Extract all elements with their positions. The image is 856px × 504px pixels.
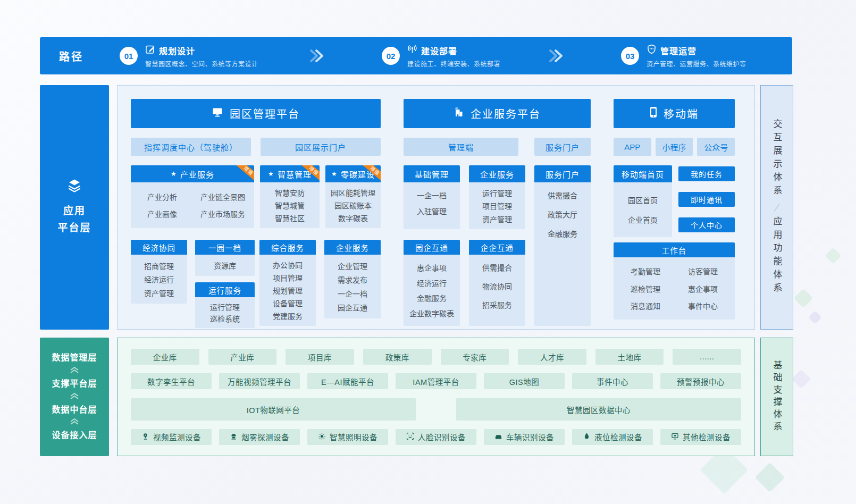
path-step-3: 03 管理运营 资产管理、运营服务、系统维护等 (621, 37, 746, 74)
path-bar-label: 路径 (59, 37, 83, 74)
platform-park: 园区管理平台 指挥调度中心（驾驶舱） 园区展示门户 ★ 产业服务 增值 产业分析… (131, 99, 381, 328)
feature-item: 产业市场服务 (200, 208, 245, 219)
chevron-up-icon (69, 366, 80, 376)
db-cell: 政策库 (363, 349, 432, 365)
layers-icon (66, 178, 82, 195)
pill-service-portal: 服务门户 (534, 138, 591, 156)
feature-item: 园区首页 (628, 195, 658, 205)
feature-item: 一企一档 (417, 190, 447, 200)
feature-item: 需求发布 (338, 274, 367, 285)
device-cell: 人脸识别设备 (396, 429, 476, 445)
iot-platform-cell: IOT物联网平台 (131, 398, 416, 420)
platform-title: 园区管理平台 (230, 106, 300, 121)
feature-item: 园企互通 (338, 302, 367, 313)
group-header: 经济协同 (131, 240, 187, 255)
group-header-label: 智慧管理 (278, 169, 312, 180)
chevron-right-icon (548, 48, 566, 65)
feature-item: 党建服务 (273, 310, 303, 321)
feature-item: 企业数字碳表 (409, 308, 454, 318)
feature-item: 项目管理 (273, 272, 303, 283)
decor-cube (794, 289, 813, 308)
group-operation-services: 运行服务 运行管理 巡检系统 (195, 282, 255, 328)
channel-official-account: 公众号 (697, 138, 735, 156)
device-row: 视频监测设备 烟雾探测设备 智慧照明设备 人脸识别设备 车辆识别设备 液位检测设… (131, 429, 741, 445)
value-added-badge: 增值 (235, 165, 254, 182)
feature-item: 招商管理 (144, 261, 174, 271)
feature-item: 运行管理 (482, 188, 512, 198)
group-basic-management: 基础管理 一企一档 入驻管理 (404, 165, 460, 229)
feature-item: 资产管理 (482, 214, 512, 224)
sidebar-label-line: 平台层 (57, 220, 91, 237)
group-one-park-one-file: 一园一档 资源库 (195, 240, 255, 276)
feature-item: 产业链全景图 (200, 191, 245, 202)
platform-cell: 万能视频管理平台 (219, 373, 300, 389)
group-workbench: 工作台 考勤管理 访客管理 巡检管理 惠企事项 消息通知 事件中心 (614, 242, 735, 320)
feature-item: 招采服务 (482, 299, 512, 310)
device-label: 智慧照明设备 (330, 431, 377, 442)
chevron-right-icon (308, 48, 326, 65)
feature-item: 产业画像 (147, 208, 177, 219)
sidebar-label-line: 应用 (57, 203, 91, 220)
step-title: 建设部署 (421, 44, 457, 57)
foundation-panel: 企业库 产业库 项目库 政策库 专家库 人才库 土地库 ...... 数字孪生平… (117, 338, 755, 456)
db-cell: 专家库 (441, 349, 509, 365)
step-number-badge: 03 (621, 47, 639, 65)
feature-item: 巡检管理 (631, 283, 660, 294)
group-economic-synergy: 经济协同 招商管理 经济运行 资产管理 (131, 240, 187, 304)
support-platform-row: 数字孪生平台 万能视频管理平台 E—AI赋能平台 IAM管理平台 GIS地图 事… (131, 373, 741, 389)
feature-item: 项目管理 (482, 200, 512, 211)
group-header: 工作台 (614, 242, 735, 257)
smoke-detector-icon (230, 432, 238, 442)
group-header-label: 产业服务 (180, 169, 214, 180)
feature-item: 惠企事项 (688, 283, 718, 294)
button-personal-center: 个人中心 (678, 217, 735, 232)
pill-park-portal: 园区展示门户 (261, 138, 381, 156)
group-industry-services: ★ 产业服务 增值 产业分析 产业链全景图 产业画像 产业市场服务 (131, 165, 254, 228)
layer-label: 设备接入层 (52, 430, 97, 441)
feature-item: 智慧社区 (275, 213, 305, 223)
feature-item: 巡检系统 (210, 313, 240, 324)
group-header: ★ 零碳建设 增值 (325, 165, 381, 182)
sidebar-application-platform-layer: 应用 平台层 (40, 85, 109, 330)
decor-cube (825, 247, 841, 264)
device-cell: 视频监测设备 (131, 429, 212, 445)
device-label: 烟雾探测设备 (241, 431, 289, 442)
db-cell: 土地库 (595, 349, 664, 365)
face-recognition-icon (406, 432, 414, 442)
star-icon: ★ (171, 171, 177, 177)
interaction-display-system-label: 交互展示体系 (770, 119, 784, 199)
group-header: 基础管理 (404, 165, 460, 182)
group-header: 企业服务 (469, 165, 525, 182)
device-cell: 智慧照明设备 (307, 429, 388, 445)
channel-mini-program: 小程序 (656, 138, 693, 156)
platform-park-header: 园区管理平台 (131, 99, 381, 128)
group-header: ★ 产业服务 增值 (131, 165, 254, 182)
step-subtitle: 智慧园区概念、空间、系统等方案设计 (145, 59, 258, 68)
star-icon: ★ (268, 171, 274, 177)
device-label: 液位检测设备 (594, 431, 642, 442)
feature-item: 资源库 (214, 260, 236, 271)
feature-item: 物流协同 (482, 281, 512, 291)
broadcast-icon (407, 44, 417, 56)
platform-enterprise-header: 企业服务平台 (404, 99, 591, 128)
basic-support-system-label: 基础支撑体系 (770, 360, 784, 434)
feature-item: 规划管理 (273, 285, 303, 296)
smart-park-architecture-diagram: 路径 01 规划设计 智慧园区概念、空间、系统等方案设计 02 (0, 0, 856, 504)
liquid-level-icon (583, 432, 591, 442)
application-function-system-label: 应用功能体系 (770, 216, 784, 296)
db-cell: ...... (673, 349, 741, 365)
feature-item: 企业管理 (338, 261, 367, 271)
feature-item: 政策大厅 (548, 209, 577, 220)
feature-item: 消息通知 (631, 300, 660, 311)
feature-item: 园区能耗管理 (331, 187, 375, 198)
feature-item: 办公协同 (273, 259, 303, 270)
feature-item: 资产管理 (144, 288, 174, 298)
camera-icon (141, 432, 149, 442)
step-title: 管理运营 (660, 44, 696, 57)
feature-item: 产业分析 (147, 191, 177, 202)
platform-cell: IAM管理平台 (396, 373, 476, 389)
step-number-badge: 01 (120, 47, 138, 65)
vehicle-icon (494, 432, 502, 442)
feature-item: 入驻管理 (417, 206, 447, 216)
group-header: 园企互通 (404, 240, 460, 255)
